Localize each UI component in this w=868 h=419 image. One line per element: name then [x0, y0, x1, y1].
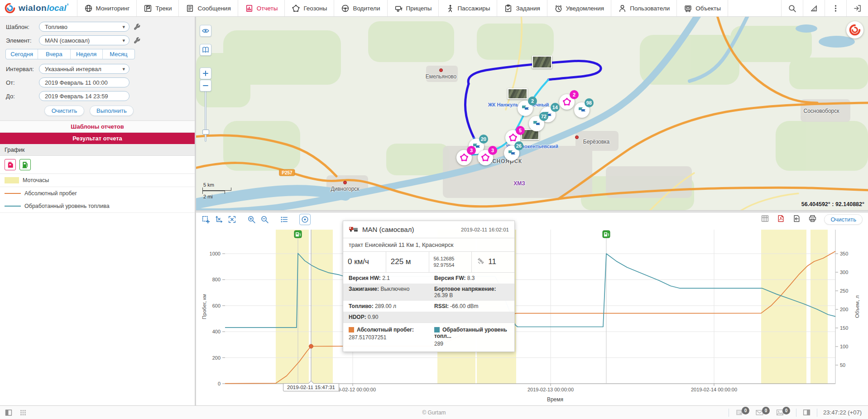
- cluster-count-badge: 26: [514, 141, 523, 150]
- nav-item-1[interactable]: Мониторинг: [77, 0, 137, 16]
- execute-button[interactable]: Выполнить: [90, 106, 134, 116]
- report-templates-header[interactable]: Шаблоны отчетов: [0, 120, 195, 133]
- grid-icon: [19, 409, 27, 417]
- zoom-area-button[interactable]: [201, 215, 210, 224]
- from-date-input[interactable]: 2019 Февраль 11 00:00: [39, 77, 129, 87]
- logout-button[interactable]: [846, 0, 868, 16]
- photo-marker[interactable]: [508, 88, 528, 99]
- chart-tool-icons: [0, 156, 195, 174]
- zoom-minus-button[interactable]: [200, 80, 211, 92]
- nav-item-8[interactable]: Пассажиры: [439, 0, 497, 16]
- search-button[interactable]: [781, 0, 803, 16]
- fuel-pump-button[interactable]: [19, 159, 31, 170]
- y-right-tick: 100: [840, 344, 848, 349]
- legend-label: Обработанный уровень топлива: [24, 203, 110, 209]
- cluster-count-badge: 14: [551, 103, 560, 112]
- media-counter[interactable]: 0: [776, 408, 790, 417]
- fuel-canister-button[interactable]: [5, 159, 16, 170]
- chart-clear-button[interactable]: Очистить: [824, 214, 863, 225]
- table-button[interactable]: [761, 214, 769, 224]
- nav-item-label: Отчеты: [257, 5, 278, 12]
- selected-point-marker[interactable]: [309, 344, 313, 348]
- layout-icon: [5, 409, 13, 417]
- kebab-button[interactable]: [825, 0, 846, 16]
- unit-cluster-marker[interactable]: 2: [518, 101, 533, 116]
- legend-label: Моточасы: [23, 177, 49, 183]
- tooltip-coordinates: 56.12685 92.97554: [434, 255, 455, 269]
- pdf-button[interactable]: [777, 214, 785, 224]
- quick-range-4[interactable]: Месяц: [103, 49, 134, 59]
- report-result-header[interactable]: Результат отчета: [0, 133, 195, 144]
- nav-item-9[interactable]: Задания: [497, 0, 547, 16]
- quick-range-3[interactable]: Неделя: [71, 49, 103, 59]
- print-button[interactable]: [808, 214, 817, 224]
- zoom-reset-button[interactable]: [228, 215, 236, 224]
- clear-button[interactable]: Очистить: [44, 106, 84, 116]
- to-label: До:: [0, 93, 39, 100]
- unit-settings-wrench-icon[interactable]: [133, 37, 141, 44]
- nav-item-5[interactable]: Геозоны: [285, 0, 334, 16]
- wialon-app: wialonlocal’ МониторингТрекиСообщенияОтч…: [0, 0, 868, 419]
- geofence-cluster-marker[interactable]: 2: [559, 94, 575, 110]
- photo-marker[interactable]: [532, 56, 552, 68]
- nav-item-3[interactable]: Сообщения: [179, 0, 238, 16]
- eye-button[interactable]: [200, 25, 211, 37]
- zoom-minus-icon: [201, 82, 210, 90]
- logout-icon: [853, 4, 862, 13]
- engine-hours-band: [761, 230, 806, 384]
- layout-button[interactable]: [5, 409, 13, 417]
- cluster-count-badge: 20: [479, 135, 488, 144]
- zoom-out-button[interactable]: [260, 215, 269, 224]
- mail-counter[interactable]: 0: [755, 408, 770, 417]
- nav-item-11[interactable]: Пользователи: [611, 0, 677, 16]
- chart-svg[interactable]: 0200400600800100050100150200250300350201…: [196, 212, 868, 405]
- to-date-input[interactable]: 2019 Февраль 14 23:59: [39, 91, 129, 101]
- nav-item-7[interactable]: Прицепы: [388, 0, 439, 16]
- y-right-tick: 200: [840, 307, 848, 312]
- nav-item-2[interactable]: Треки: [137, 0, 179, 16]
- gurtam-logo-button[interactable]: [846, 21, 863, 39]
- tooltip-sensor: Обработанный уровень топл...289: [429, 327, 514, 347]
- tooltip-speed: 0 км/ч: [343, 252, 386, 272]
- chart-toolbar: Очистить: [196, 212, 868, 226]
- quick-range-2[interactable]: Вчера: [38, 49, 70, 59]
- geofence-cluster-marker[interactable]: 3: [456, 150, 472, 165]
- nav-item-12[interactable]: Объекты: [677, 0, 728, 16]
- unit-select[interactable]: MAN (самосвал) ▾: [39, 35, 129, 45]
- tooltip-param-row: Зажигание: ВыключеноБортовое напряжение:…: [343, 284, 514, 301]
- unit-cluster-marker[interactable]: 98: [574, 102, 590, 118]
- template-select[interactable]: Топливо ▾: [39, 22, 129, 32]
- from-label: От:: [0, 79, 39, 86]
- quick-range-buttons: СегодняВчераНеделяМесяц: [5, 49, 135, 59]
- grid-button[interactable]: [19, 409, 27, 417]
- unit-cluster-marker[interactable]: 26: [504, 145, 519, 161]
- interval-select[interactable]: Указанный интервал ▾: [39, 64, 129, 74]
- quick-range-1[interactable]: Сегодня: [6, 49, 38, 59]
- zoom-x-button[interactable]: [215, 215, 223, 224]
- unit-cluster-marker[interactable]: 72: [529, 116, 544, 131]
- app-logo[interactable]: wialonlocal’: [0, 0, 77, 16]
- panel-toggle-button[interactable]: [802, 408, 811, 417]
- template-settings-wrench-icon[interactable]: [133, 23, 141, 31]
- legend-button[interactable]: [280, 215, 288, 224]
- zoom-slider[interactable]: [205, 87, 206, 142]
- nav-item-10[interactable]: Уведомления: [547, 0, 611, 16]
- nav-item-6[interactable]: Водители: [334, 0, 387, 16]
- map-scale-mi-bar: [202, 191, 225, 194]
- y-left-tick: 0: [218, 381, 221, 386]
- zoom-plus-button[interactable]: [200, 67, 211, 79]
- ruler-button[interactable]: [803, 0, 825, 16]
- geofence-cluster-marker[interactable]: 3: [478, 150, 493, 165]
- map-chart-divider[interactable]: [196, 210, 868, 212]
- nav-item-4[interactable]: Отчеты: [238, 0, 285, 16]
- crosshair-time-label: 2019-02-11 15:47:31: [283, 383, 339, 391]
- tracepoint-button[interactable]: [299, 214, 311, 225]
- zoom-slider-handle[interactable]: [202, 130, 209, 135]
- layers-button[interactable]: [200, 44, 211, 56]
- zoom-in-button[interactable]: [247, 215, 256, 224]
- export-button[interactable]: [792, 214, 801, 224]
- map[interactable]: ЕмельяновоСосновоборскБерёзовкаДивногорс…: [196, 17, 868, 210]
- cluster-count-badge: 5: [516, 126, 525, 135]
- report-queue-counter[interactable]: 0: [735, 408, 749, 417]
- chart-section-label[interactable]: График: [0, 144, 195, 156]
